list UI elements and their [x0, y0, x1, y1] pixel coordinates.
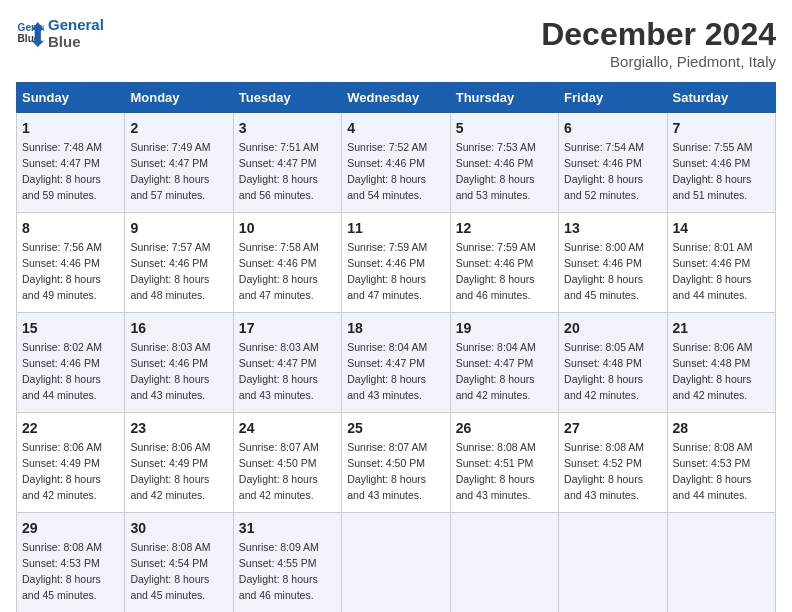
sunrise-info: Sunrise: 8:05 AMSunset: 4:48 PMDaylight:…	[564, 341, 644, 401]
sunrise-info: Sunrise: 8:07 AMSunset: 4:50 PMDaylight:…	[347, 441, 427, 501]
day-number: 15	[22, 318, 119, 338]
day-number: 25	[347, 418, 444, 438]
day-cell-31: 31Sunrise: 8:09 AMSunset: 4:55 PMDayligh…	[233, 513, 341, 612]
day-number: 12	[456, 218, 553, 238]
day-number: 30	[130, 518, 227, 538]
day-cell-6: 6Sunrise: 7:54 AMSunset: 4:46 PMDaylight…	[559, 113, 667, 213]
sunrise-info: Sunrise: 8:04 AMSunset: 4:47 PMDaylight:…	[456, 341, 536, 401]
empty-cell	[559, 513, 667, 612]
day-number: 26	[456, 418, 553, 438]
sunrise-info: Sunrise: 8:03 AMSunset: 4:46 PMDaylight:…	[130, 341, 210, 401]
day-cell-18: 18Sunrise: 8:04 AMSunset: 4:47 PMDayligh…	[342, 313, 450, 413]
week-row-3: 15Sunrise: 8:02 AMSunset: 4:46 PMDayligh…	[17, 313, 776, 413]
sunrise-info: Sunrise: 8:08 AMSunset: 4:53 PMDaylight:…	[673, 441, 753, 501]
day-number: 13	[564, 218, 661, 238]
sunrise-info: Sunrise: 8:06 AMSunset: 4:49 PMDaylight:…	[22, 441, 102, 501]
logo-icon: General Blue	[16, 19, 44, 47]
sunrise-info: Sunrise: 8:09 AMSunset: 4:55 PMDaylight:…	[239, 541, 319, 601]
day-cell-20: 20Sunrise: 8:05 AMSunset: 4:48 PMDayligh…	[559, 313, 667, 413]
page-header: General Blue General Blue December 2024 …	[16, 16, 776, 70]
day-number: 29	[22, 518, 119, 538]
day-number: 20	[564, 318, 661, 338]
day-number: 10	[239, 218, 336, 238]
day-number: 16	[130, 318, 227, 338]
sunrise-info: Sunrise: 8:08 AMSunset: 4:54 PMDaylight:…	[130, 541, 210, 601]
day-cell-24: 24Sunrise: 8:07 AMSunset: 4:50 PMDayligh…	[233, 413, 341, 513]
day-number: 9	[130, 218, 227, 238]
sunrise-info: Sunrise: 7:49 AMSunset: 4:47 PMDaylight:…	[130, 141, 210, 201]
day-number: 23	[130, 418, 227, 438]
sunrise-info: Sunrise: 7:52 AMSunset: 4:46 PMDaylight:…	[347, 141, 427, 201]
day-cell-14: 14Sunrise: 8:01 AMSunset: 4:46 PMDayligh…	[667, 213, 775, 313]
week-row-4: 22Sunrise: 8:06 AMSunset: 4:49 PMDayligh…	[17, 413, 776, 513]
calendar-table: SundayMondayTuesdayWednesdayThursdayFrid…	[16, 82, 776, 612]
day-cell-3: 3Sunrise: 7:51 AMSunset: 4:47 PMDaylight…	[233, 113, 341, 213]
logo-blue: Blue	[48, 33, 104, 50]
day-number: 18	[347, 318, 444, 338]
day-number: 14	[673, 218, 770, 238]
day-number: 5	[456, 118, 553, 138]
weekday-header-tuesday: Tuesday	[233, 83, 341, 113]
sunrise-info: Sunrise: 7:48 AMSunset: 4:47 PMDaylight:…	[22, 141, 102, 201]
sunrise-info: Sunrise: 7:55 AMSunset: 4:46 PMDaylight:…	[673, 141, 753, 201]
day-cell-16: 16Sunrise: 8:03 AMSunset: 4:46 PMDayligh…	[125, 313, 233, 413]
day-number: 24	[239, 418, 336, 438]
day-number: 31	[239, 518, 336, 538]
sunrise-info: Sunrise: 8:02 AMSunset: 4:46 PMDaylight:…	[22, 341, 102, 401]
day-cell-2: 2Sunrise: 7:49 AMSunset: 4:47 PMDaylight…	[125, 113, 233, 213]
weekday-header-friday: Friday	[559, 83, 667, 113]
sunrise-info: Sunrise: 7:51 AMSunset: 4:47 PMDaylight:…	[239, 141, 319, 201]
sunrise-info: Sunrise: 7:53 AMSunset: 4:46 PMDaylight:…	[456, 141, 536, 201]
day-cell-8: 8Sunrise: 7:56 AMSunset: 4:46 PMDaylight…	[17, 213, 125, 313]
weekday-header-monday: Monday	[125, 83, 233, 113]
sunrise-info: Sunrise: 7:58 AMSunset: 4:46 PMDaylight:…	[239, 241, 319, 301]
subtitle: Borgiallo, Piedmont, Italy	[541, 53, 776, 70]
weekday-header-wednesday: Wednesday	[342, 83, 450, 113]
weekday-header-thursday: Thursday	[450, 83, 558, 113]
logo: General Blue General Blue	[16, 16, 104, 50]
sunrise-info: Sunrise: 8:00 AMSunset: 4:46 PMDaylight:…	[564, 241, 644, 301]
day-cell-19: 19Sunrise: 8:04 AMSunset: 4:47 PMDayligh…	[450, 313, 558, 413]
sunrise-info: Sunrise: 7:59 AMSunset: 4:46 PMDaylight:…	[456, 241, 536, 301]
day-cell-10: 10Sunrise: 7:58 AMSunset: 4:46 PMDayligh…	[233, 213, 341, 313]
sunrise-info: Sunrise: 7:56 AMSunset: 4:46 PMDaylight:…	[22, 241, 102, 301]
sunrise-info: Sunrise: 8:07 AMSunset: 4:50 PMDaylight:…	[239, 441, 319, 501]
day-cell-28: 28Sunrise: 8:08 AMSunset: 4:53 PMDayligh…	[667, 413, 775, 513]
weekday-header-row: SundayMondayTuesdayWednesdayThursdayFrid…	[17, 83, 776, 113]
sunrise-info: Sunrise: 7:57 AMSunset: 4:46 PMDaylight:…	[130, 241, 210, 301]
day-cell-22: 22Sunrise: 8:06 AMSunset: 4:49 PMDayligh…	[17, 413, 125, 513]
week-row-5: 29Sunrise: 8:08 AMSunset: 4:53 PMDayligh…	[17, 513, 776, 612]
week-row-2: 8Sunrise: 7:56 AMSunset: 4:46 PMDaylight…	[17, 213, 776, 313]
empty-cell	[667, 513, 775, 612]
day-number: 28	[673, 418, 770, 438]
sunrise-info: Sunrise: 8:08 AMSunset: 4:53 PMDaylight:…	[22, 541, 102, 601]
main-title: December 2024	[541, 16, 776, 53]
day-cell-15: 15Sunrise: 8:02 AMSunset: 4:46 PMDayligh…	[17, 313, 125, 413]
day-number: 19	[456, 318, 553, 338]
day-cell-30: 30Sunrise: 8:08 AMSunset: 4:54 PMDayligh…	[125, 513, 233, 612]
sunrise-info: Sunrise: 8:06 AMSunset: 4:48 PMDaylight:…	[673, 341, 753, 401]
day-cell-13: 13Sunrise: 8:00 AMSunset: 4:46 PMDayligh…	[559, 213, 667, 313]
sunrise-info: Sunrise: 8:08 AMSunset: 4:51 PMDaylight:…	[456, 441, 536, 501]
day-number: 27	[564, 418, 661, 438]
sunrise-info: Sunrise: 7:59 AMSunset: 4:46 PMDaylight:…	[347, 241, 427, 301]
weekday-header-saturday: Saturday	[667, 83, 775, 113]
day-number: 4	[347, 118, 444, 138]
day-number: 6	[564, 118, 661, 138]
day-cell-7: 7Sunrise: 7:55 AMSunset: 4:46 PMDaylight…	[667, 113, 775, 213]
day-cell-21: 21Sunrise: 8:06 AMSunset: 4:48 PMDayligh…	[667, 313, 775, 413]
title-section: December 2024 Borgiallo, Piedmont, Italy	[541, 16, 776, 70]
day-cell-25: 25Sunrise: 8:07 AMSunset: 4:50 PMDayligh…	[342, 413, 450, 513]
empty-cell	[342, 513, 450, 612]
sunrise-info: Sunrise: 8:08 AMSunset: 4:52 PMDaylight:…	[564, 441, 644, 501]
day-cell-9: 9Sunrise: 7:57 AMSunset: 4:46 PMDaylight…	[125, 213, 233, 313]
sunrise-info: Sunrise: 8:06 AMSunset: 4:49 PMDaylight:…	[130, 441, 210, 501]
sunrise-info: Sunrise: 8:04 AMSunset: 4:47 PMDaylight:…	[347, 341, 427, 401]
day-cell-5: 5Sunrise: 7:53 AMSunset: 4:46 PMDaylight…	[450, 113, 558, 213]
week-row-1: 1Sunrise: 7:48 AMSunset: 4:47 PMDaylight…	[17, 113, 776, 213]
day-cell-12: 12Sunrise: 7:59 AMSunset: 4:46 PMDayligh…	[450, 213, 558, 313]
day-number: 2	[130, 118, 227, 138]
logo-general: General	[48, 16, 104, 33]
day-number: 21	[673, 318, 770, 338]
day-cell-26: 26Sunrise: 8:08 AMSunset: 4:51 PMDayligh…	[450, 413, 558, 513]
